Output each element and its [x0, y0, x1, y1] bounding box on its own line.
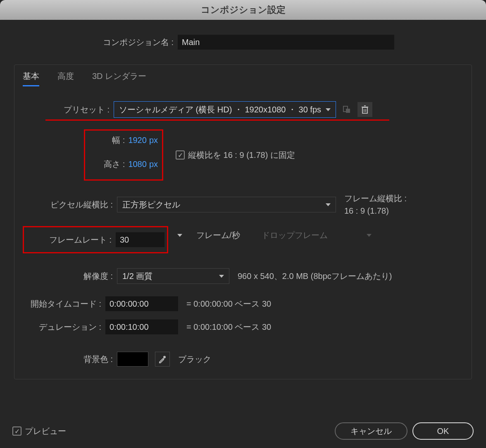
tab-advanced[interactable]: 高度: [57, 71, 74, 86]
pixel-aspect-value: 正方形ピクセル: [122, 199, 326, 210]
start-timecode-label: 開始タイムコード :: [23, 298, 105, 310]
annotation-framerate-box: フレームレート :: [23, 226, 168, 253]
tab-container: 基本 高度 3D レンダラー プリセット : ソーシャルメディア (横長 HD)…: [14, 64, 472, 379]
height-label: 高さ :: [104, 159, 125, 170]
framerate-dropdown[interactable]: [173, 227, 188, 243]
preview-checkbox[interactable]: [12, 427, 21, 436]
resolution-dropdown[interactable]: 1/2 画質: [117, 268, 229, 284]
composition-name-input[interactable]: [178, 35, 394, 50]
ok-button[interactable]: OK: [412, 422, 474, 440]
svg-rect-2: [362, 107, 367, 113]
preset-label: プリセット :: [23, 104, 114, 115]
chevron-down-icon: [219, 275, 224, 278]
fps-label: フレーム/秒: [196, 229, 240, 241]
svg-line-8: [163, 358, 164, 359]
resolution-label: 解像度 :: [23, 271, 117, 282]
start-timecode-info: = 0:00:00:00 ベース 30: [186, 298, 271, 310]
width-value[interactable]: 1920: [128, 136, 147, 145]
frame-aspect-value: 16 : 9 (1.78): [344, 205, 407, 217]
svg-point-7: [163, 356, 166, 358]
cancel-button[interactable]: キャンセル: [335, 422, 407, 440]
preset-dropdown[interactable]: ソーシャルメディア (横長 HD) ・ 1920x1080 ・ 30 fps: [114, 101, 336, 118]
start-timecode-input[interactable]: [105, 296, 178, 311]
duration-label: デュレーション :: [23, 322, 105, 333]
height-row: 高さ : 1080 px: [89, 159, 158, 175]
preset-row: プリセット : ソーシャルメディア (横長 HD) ・ 1920x1080 ・ …: [23, 101, 463, 118]
width-label: 幅 :: [112, 135, 125, 146]
chevron-down-icon: [326, 108, 331, 111]
save-preset-icon[interactable]: [339, 102, 354, 117]
bgcolor-swatch[interactable]: [117, 352, 148, 367]
resolution-value: 1/2 画質: [122, 271, 219, 282]
aspect-lock-label: 縦横比を 16 : 9 (1.78) に固定: [188, 150, 295, 161]
preview-label: プレビュー: [25, 426, 66, 437]
eyedropper-icon[interactable]: [155, 352, 170, 367]
annotation-underline: [45, 119, 389, 121]
bgcolor-name: ブラック: [178, 353, 211, 365]
chevron-down-icon: [367, 234, 372, 237]
pixel-aspect-label: ピクセル縦横比 :: [23, 199, 117, 210]
tab-3d-renderer[interactable]: 3D レンダラー: [92, 71, 146, 86]
duration-input[interactable]: [105, 319, 178, 334]
composition-name-label: コンポジション名 :: [74, 37, 174, 48]
frame-aspect-label: フレーム縦横比 :: [344, 192, 407, 205]
dialog-footer: プレビュー キャンセル OK: [12, 422, 474, 440]
dropframe-value: ドロップフレーム: [262, 230, 367, 241]
svg-rect-1: [346, 109, 350, 113]
delete-preset-icon[interactable]: [357, 102, 372, 117]
height-value[interactable]: 1080: [128, 160, 147, 169]
framerate-input[interactable]: [116, 232, 164, 247]
width-unit: px: [149, 136, 158, 145]
chevron-down-icon: [326, 203, 331, 206]
aspect-lock-checkbox[interactable]: [176, 150, 185, 160]
resolution-info: 960 x 540、2.0 MB (8bpcフレームあたり): [238, 270, 392, 282]
titlebar: コンポジション設定: [0, 0, 486, 20]
tab-basic[interactable]: 基本: [23, 71, 39, 86]
duration-info: = 0:00:10:00 ベース 30: [186, 321, 271, 333]
bgcolor-label: 背景色 :: [23, 354, 117, 365]
width-row: 幅 : 1920 px: [89, 135, 158, 151]
preset-value: ソーシャルメディア (横長 HD) ・ 1920x1080 ・ 30 fps: [119, 104, 321, 115]
chevron-down-icon: [177, 234, 182, 237]
basic-panel: プリセット : ソーシャルメディア (横長 HD) ・ 1920x1080 ・ …: [23, 86, 463, 379]
height-unit: px: [149, 160, 158, 169]
window-title: コンポジション設定: [201, 4, 286, 16]
framerate-label: フレームレート :: [24, 234, 116, 245]
pixel-aspect-dropdown[interactable]: 正方形ピクセル: [117, 197, 336, 212]
annotation-dims-box: 幅 : 1920 px 高さ : 1080 px: [84, 129, 163, 181]
dropframe-dropdown: ドロップフレーム: [257, 227, 376, 243]
